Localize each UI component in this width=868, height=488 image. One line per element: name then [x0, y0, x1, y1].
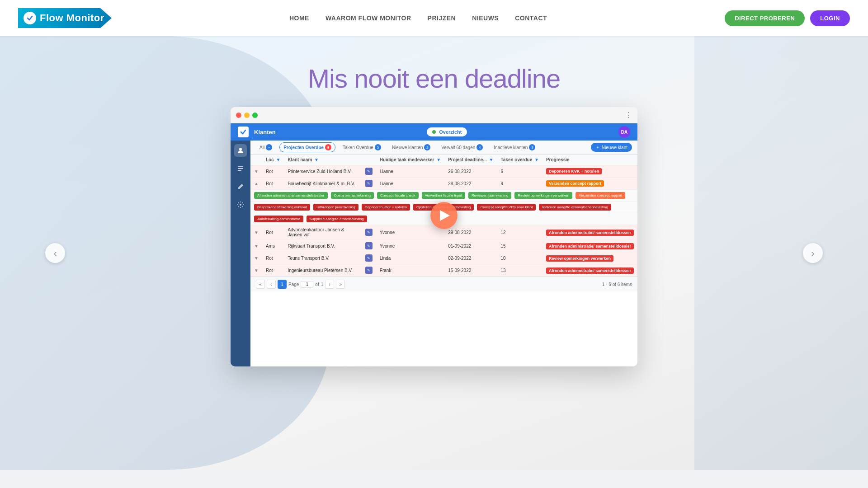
traffic-lights [236, 113, 258, 118]
process-step: Afronden administratie/ samenstelstossie… [254, 192, 328, 199]
progress-tag: Verzenden concept rapport [546, 180, 604, 187]
process-step: Concept aangifte VPB naar klant [477, 204, 536, 211]
col-klant[interactable]: Klant naam ▼ [284, 155, 361, 165]
row-expand-chevron[interactable]: ▼ [254, 268, 259, 273]
process-step: Verzenden concept rapport [576, 192, 625, 199]
row-name: Printerservice Zuid-Holland B.V. [284, 165, 361, 178]
app-window: ⋮ Klanten Overzicht [231, 107, 637, 366]
edit-icon[interactable]: ✎ [365, 242, 373, 249]
row-taken: 15 [497, 240, 542, 252]
app-body: All • Projecten Overdue 8 Taken Overdue … [231, 141, 637, 366]
menu-dots[interactable]: ⋮ [625, 111, 632, 119]
hero-section: Mis nooit een deadline ‹ › ⋮ [0, 36, 868, 470]
page-prev[interactable]: ‹ [267, 280, 276, 289]
row-medewerker: Lianne [376, 178, 444, 190]
filter-inactieve[interactable]: Inactieve klanten 3 [490, 143, 539, 152]
page-1[interactable]: 1 [278, 280, 287, 289]
progress-bar: Verzenden concept rapport [546, 180, 634, 187]
edit-icon[interactable]: ✎ [365, 267, 373, 274]
page-nav: « ‹ 1 Page of 1 › » [256, 280, 345, 289]
row-taken: 12 [497, 225, 542, 240]
nav-links: HOME WAAROM FLOW MONITOR PRIJZEN NIEUWS … [289, 14, 547, 22]
nav-prijzen[interactable]: PRIJZEN [428, 14, 456, 22]
progress-tag: Afronden administratie/ samenstelldossie… [546, 267, 634, 274]
col-edit [362, 155, 376, 165]
row-taken: 13 [497, 264, 542, 277]
tl-green[interactable] [252, 113, 258, 118]
row-name: Advocatenkantoor Jansen & Jansen vof [284, 225, 361, 240]
row-loc: Rot [262, 264, 284, 277]
progress-tag: Afronden administratie/ samenstelldossie… [546, 243, 634, 249]
page-label: Page [288, 282, 299, 287]
row-expand-chevron[interactable]: ▼ [254, 244, 259, 249]
page-last[interactable]: » [336, 280, 345, 289]
row-expand-chevron[interactable]: ▼ [254, 256, 259, 261]
col-loc[interactable]: Loc ▼ [262, 155, 284, 165]
nav-nieuws[interactable]: NIEUWS [472, 14, 499, 22]
row-expand-chevron[interactable]: ▼ [254, 169, 259, 174]
row-loc: Rot [262, 252, 284, 264]
nav-waarom[interactable]: WAAROM FLOW MONITOR [326, 14, 411, 22]
process-step: Uitbrengen jaarrekening [313, 204, 358, 211]
pagination-bar: « ‹ 1 Page of 1 › » [250, 277, 637, 291]
sidebar-icon-tasks[interactable] [234, 162, 247, 175]
col-deadline[interactable]: Project deadline... ▼ [444, 155, 497, 165]
tl-yellow[interactable] [244, 113, 250, 118]
app-header-left: Klanten [238, 127, 276, 137]
col-taken[interactable]: Taken overdue ▼ [497, 155, 542, 165]
process-step: Verwerken fiscale input [422, 192, 465, 199]
sidebar-icon-settings[interactable] [234, 198, 247, 211]
carousel-arrow-right[interactable]: › [803, 243, 823, 263]
col-medewerker[interactable]: Huidige taak medewerker ▼ [376, 155, 444, 165]
logo[interactable]: Flow Monitor [18, 8, 112, 28]
nav-home[interactable]: HOME [289, 14, 309, 22]
carousel-arrow-left[interactable]: ‹ [45, 243, 65, 263]
filter-all[interactable]: All • [256, 143, 276, 152]
filter-nieuwe-klanten[interactable]: Nieuwe klanten 2 [388, 143, 434, 152]
row-taken: 9 [497, 178, 542, 190]
app-window-wrap: ⋮ Klanten Overzicht [231, 107, 637, 366]
logo-shape: Flow Monitor [18, 8, 112, 28]
app-section-title: Klanten [254, 129, 276, 136]
tl-red[interactable] [236, 113, 241, 118]
nav-contact[interactable]: CONTACT [515, 14, 547, 22]
process-step: Opstellen aangifte omzetbelasting [413, 204, 474, 211]
filter-projecten-overdue[interactable]: Projecten Overdue 8 [279, 142, 335, 152]
navbar: Flow Monitor HOME WAAROM FLOW MONITOR PR… [0, 0, 868, 36]
process-step: Indienen aangifte vennootschapbelasting [539, 204, 611, 211]
page-input[interactable] [301, 281, 313, 288]
filter-taken-overdue[interactable]: Taken Overdue 5 [339, 143, 385, 152]
sidebar-icon-clients[interactable] [234, 144, 247, 157]
edit-icon[interactable]: ✎ [365, 229, 373, 236]
edit-icon[interactable]: ✎ [365, 168, 373, 175]
hero-title: Mis nooit een deadline [308, 63, 560, 94]
row-deadline: 02-09-2022 [444, 252, 497, 264]
table-container: Loc ▼ Klant naam ▼ Huidige taak medewerk… [250, 155, 637, 277]
row-expand-chevron[interactable]: ▼ [254, 230, 259, 235]
row-deadline: 15-09-2022 [444, 264, 497, 277]
login-button[interactable]: LOGIN [810, 10, 850, 26]
filter-vervalt-60[interactable]: Vervalt 60 dagen 4 [438, 143, 486, 152]
row-taken: 10 [497, 252, 542, 264]
tab-overzicht[interactable]: Overzicht [427, 127, 467, 136]
process-step: Deponeren KVK + notulen [362, 204, 410, 211]
row-deadline: 28-08-2022 [444, 178, 497, 190]
row-loc: Rot [262, 225, 284, 240]
page-first[interactable]: « [256, 280, 265, 289]
row-taken: 6 [497, 165, 542, 178]
svg-point-4 [240, 204, 241, 206]
col-progressie: Progressie [542, 155, 637, 165]
edit-icon[interactable]: ✎ [365, 254, 373, 262]
new-klant-button[interactable]: ＋ Nieuwe klant [591, 143, 632, 152]
row-loc: Rot [262, 178, 284, 190]
try-button[interactable]: DIRECT PROBEREN [725, 10, 805, 26]
process-step: Bespreken/ aftekening akkoord [254, 204, 310, 211]
page-next[interactable]: › [325, 280, 334, 289]
sidebar-icon-edit[interactable] [234, 180, 247, 193]
edit-icon[interactable]: ✎ [365, 180, 373, 187]
process-step: Opstarten jaarrekening [331, 192, 374, 199]
progress-tag: Deponeren KVK + notulen [546, 168, 602, 174]
svg-rect-1 [238, 166, 243, 167]
page-total: 1 [321, 282, 324, 287]
row-expand-chevron[interactable]: ▲ [254, 181, 259, 186]
